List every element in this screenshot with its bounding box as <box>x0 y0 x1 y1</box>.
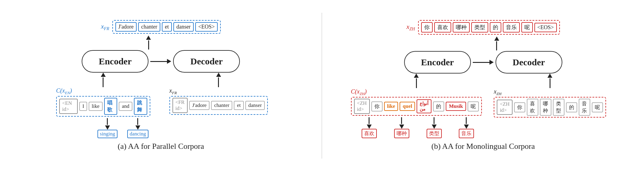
left-enc-tok1: I <box>79 102 87 111</box>
right-out-t3: 哪种 <box>453 22 470 32</box>
left-dec-input-area: xFR <FR id> J'adore chanter et danser <box>169 87 268 115</box>
left-dancing-arrow <box>135 118 140 130</box>
right-enc-token-wrapper: <ZH id> 你 like quel أنواع من 的 Musik 呢 <box>351 97 482 116</box>
right-trans1: 喜欢 <box>362 117 377 138</box>
left-dancing-area: dancing <box>127 118 148 138</box>
right-encoder-box: Encoder <box>404 51 471 74</box>
right-enc-tok2: like <box>384 102 398 111</box>
left-enc-dec-arrow <box>150 59 171 64</box>
left-translations: singing dancing <box>56 118 150 138</box>
left-enc-tok2: like <box>89 102 103 111</box>
right-out-t6: 音乐 <box>503 22 520 32</box>
left-enc-up-arrow <box>101 73 106 87</box>
left-middle-band: Encoder Decoder <box>82 50 240 73</box>
right-diagram: xZH 你 喜欢 哪种 类型 的 音乐 呢 <EOS> <box>343 20 623 151</box>
left-dec-tok2: chanter <box>211 101 232 110</box>
left-caption: (a) AA for Parallel Corpora <box>118 142 204 151</box>
left-dec-token-wrapper: <FR id> J'adore chanter et danser <box>169 96 268 115</box>
left-enc-token-wrapper: <EN id> I like 唱歌 and 跳舞 <box>56 96 150 117</box>
right-out-t8: <EOS> <box>534 23 557 32</box>
right-caption: (b) AA for Monolingual Corpora <box>431 142 535 151</box>
right-enc-tok6: Musik <box>446 102 466 111</box>
left-output-tokens: J'adore chanter et danser <EOS> <box>112 20 221 34</box>
right-output-label: xZH <box>406 23 415 32</box>
right-enc-input-label: C(xZH) <box>351 88 367 96</box>
left-dec-up-arrow <box>216 73 221 87</box>
right-dec-bottom: xZH <ZH id> 你 喜欢 哪种 类型 的 音乐 呢 <box>494 74 606 118</box>
right-enc-tok1: 你 <box>371 101 383 111</box>
left-output-row: xFR J'adore chanter et danser <EOS> <box>101 20 221 34</box>
right-trans1-arrow <box>367 117 372 129</box>
left-diagram: xFR J'adore chanter et danser <EOS> <box>21 20 301 151</box>
right-output-section: xZH 你 喜欢 哪种 类型 的 音乐 呢 <EOS> <box>406 20 560 50</box>
right-out-t7: 呢 <box>521 22 533 32</box>
left-enc-input-area: C(xEN) <EN id> I like 唱歌 and 跳舞 <box>56 87 150 138</box>
right-trans2-label: 哪种 <box>394 129 409 138</box>
left-out-t2: chanter <box>138 22 160 32</box>
right-out-t4: 类型 <box>471 22 488 32</box>
left-enc-input-label: C(xEN) <box>56 87 72 95</box>
right-enc-tok0: <ZH id> <box>354 99 370 114</box>
left-output-section: xFR J'adore chanter et danser <EOS> <box>101 20 221 50</box>
right-trans2: 哪种 <box>394 117 409 138</box>
right-dec-tok2: 喜欢 <box>527 99 538 116</box>
left-enc-tok3: 唱歌 <box>104 98 118 115</box>
right-out-t2: 喜欢 <box>434 22 451 32</box>
left-out-t5: <EOS> <box>195 22 218 32</box>
right-bottom-arrows: C(xZH) <ZH id> 你 like quel أنواع من 的 Mu… <box>343 74 623 138</box>
right-enc-input-area: C(xZH) <ZH id> 你 like quel أنواع من 的 Mu… <box>351 88 482 138</box>
left-encoder-col: Encoder <box>82 50 148 73</box>
right-dec-out-arrow <box>494 36 499 50</box>
right-dec-tok4: 类型 <box>553 99 564 116</box>
left-dec-tok1: J'adore <box>189 101 210 110</box>
right-dec-input-label: xZH <box>494 88 502 96</box>
left-dec-out-arrow <box>146 36 151 50</box>
right-dec-tok5: 的 <box>566 102 577 112</box>
right-enc-dec-arrow <box>473 60 494 65</box>
right-encoder-col: Encoder <box>404 51 471 74</box>
left-dec-tok0: <FR id> <box>172 98 188 113</box>
right-dec-tok1: 你 <box>514 102 525 112</box>
right-enc-bottom: C(xZH) <ZH id> 你 like quel أنواع من 的 Mu… <box>360 74 472 138</box>
right-trans4-arrow <box>464 117 469 129</box>
left-singing-area: singing <box>97 118 118 138</box>
right-dec-tok0: <ZH id> <box>497 100 513 115</box>
left-enc-bottom: C(xEN) <EN id> I like 唱歌 and 跳舞 <box>56 73 150 138</box>
left-decoder-col: Decoder <box>173 50 240 73</box>
left-out-t1: J'adore <box>115 22 137 32</box>
right-dec-input-area: xZH <ZH id> 你 喜欢 哪种 类型 的 音乐 呢 <box>494 88 606 118</box>
left-bottom-arrows: C(xEN) <EN id> I like 唱歌 and 跳舞 <box>21 73 301 138</box>
right-trans2-arrow <box>399 117 404 129</box>
left-output-label: xFR <box>101 22 109 31</box>
right-decoder-box: Decoder <box>496 51 562 74</box>
left-enc-tok4: and <box>119 102 132 111</box>
right-trans1-label: 喜欢 <box>362 129 377 138</box>
right-dec-tok3: 哪种 <box>540 99 551 116</box>
right-enc-tok5: 的 <box>433 101 444 111</box>
right-decoder-col: Decoder <box>496 51 562 74</box>
left-dec-bottom: xFR <FR id> J'adore chanter et danser <box>172 73 266 115</box>
right-dec-tok6: 音乐 <box>579 99 590 116</box>
left-enc-tok5: 跳舞 <box>134 98 147 115</box>
right-trans3: 类型 <box>427 117 442 138</box>
left-dec-input-label: xFR <box>169 87 177 95</box>
left-enc-tok0: <EN id> <box>59 99 78 114</box>
right-output-tokens: 你 喜欢 哪种 类型 的 音乐 呢 <EOS> <box>418 20 560 35</box>
right-trans3-arrow <box>432 117 437 129</box>
right-enc-up-arrow <box>414 74 419 88</box>
main-container: xFR J'adore chanter et danser <EOS> <box>0 0 644 171</box>
left-decoder-box: Decoder <box>173 50 240 73</box>
left-out-t3: et <box>162 22 172 32</box>
right-enc-tok3: quel <box>400 102 415 111</box>
right-middle-band: Encoder Decoder <box>404 51 562 74</box>
left-singing-label: singing <box>97 130 118 138</box>
center-divider <box>322 13 322 159</box>
left-out-t4: danser <box>173 22 194 32</box>
right-trans4-label: 音乐 <box>459 129 474 138</box>
right-translations: 喜欢 哪种 <box>351 117 482 138</box>
right-enc-tok4: أنواع من <box>417 99 431 113</box>
left-singing-arrow <box>105 118 110 130</box>
right-output-row: xZH 你 喜欢 哪种 类型 的 音乐 呢 <EOS> <box>406 20 560 35</box>
left-encoder-box: Encoder <box>82 50 148 73</box>
right-dec-up-arrow <box>547 74 552 88</box>
